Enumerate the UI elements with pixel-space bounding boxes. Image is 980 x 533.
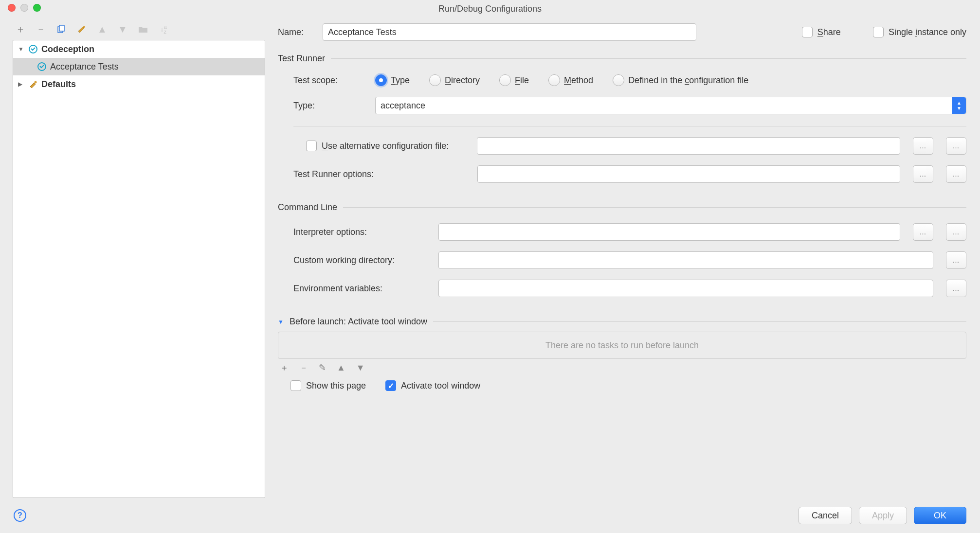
interpreter-row: Interpreter options: … … [293,223,966,241]
name-input[interactable] [323,23,696,41]
radio-icon[interactable] [429,74,441,86]
alt-config-checkbox-row[interactable]: Use alternative configuration file: [306,141,449,151]
move-down-icon: ▼ [356,363,365,373]
empty-text: There are no tasks to run before launch [545,340,699,351]
alt-config-input[interactable] [477,137,900,155]
copy-icon[interactable] [55,23,67,35]
scope-file[interactable]: File [499,74,529,86]
show-page-checkbox-row[interactable]: Show this page [290,380,366,391]
codeception-icon [36,62,47,71]
browse-button[interactable]: … [946,251,966,269]
wrench-icon [28,80,38,89]
radio-icon[interactable] [499,74,511,86]
browse-button[interactable]: … [946,280,966,297]
browse-button[interactable]: … [913,165,933,183]
activate-tool-window-checkbox[interactable] [385,380,396,391]
zoom-window-icon[interactable] [33,4,41,12]
codeception-icon [28,45,38,53]
alt-config-checkbox[interactable] [306,141,317,151]
env-label: Environment variables: [293,284,430,294]
tree-node-defaults[interactable]: ▶ Defaults [13,75,265,93]
type-row: Type: acceptance ▲▼ [293,97,966,114]
disclosure-closed-icon[interactable]: ▶ [18,81,25,88]
env-input[interactable] [438,280,933,297]
alt-config-label: Use alternative configuration file: [322,141,449,151]
divider [293,126,966,126]
ok-button[interactable]: OK [914,507,966,524]
radio-icon[interactable] [613,74,624,86]
settings-icon[interactable] [76,23,88,35]
minimize-window-icon [20,4,28,12]
single-instance-checkbox-row[interactable]: Single instance only [873,27,966,37]
disclosure-open-icon[interactable]: ▼ [18,46,25,53]
runner-options-label: Test Runner options: [293,169,469,179]
group-header: Test Runner [278,53,966,64]
command-line-group: Command Line Interpreter options: … … Cu… [278,202,966,297]
remove-icon[interactable]: － [35,23,47,35]
dropdown-caret-icon[interactable]: ▲▼ [952,97,966,114]
show-page-label: Show this page [306,381,366,391]
expand-button[interactable]: … [946,165,966,183]
before-launch-flags: Show this page Activate tool window [278,380,966,391]
cwd-input[interactable] [438,251,933,269]
alt-config-row: Use alternative configuration file: … … [306,137,966,155]
disclosure-open-icon[interactable]: ▼ [278,319,284,325]
expand-button[interactable]: … [946,223,966,241]
traffic-lights [8,4,41,12]
tree-node-codeception[interactable]: ▼ Codeception [13,40,265,58]
type-label: Type: [293,101,366,111]
close-window-icon[interactable] [8,4,16,12]
tree-node-acceptance-tests[interactable]: Acceptance Tests [13,58,265,75]
folder-icon [137,23,149,35]
runner-options-row: Test Runner options: … … [293,165,966,183]
remove-task-icon: － [299,362,308,373]
apply-button: Apply [859,507,907,524]
add-task-icon[interactable]: ＋ [280,362,289,373]
left-panel: ＋ － ▲ ▼ ↓az ▼ [0,18,265,498]
group-header[interactable]: ▼ Before launch: Activate tool window [278,317,966,327]
show-page-checkbox[interactable] [290,380,301,391]
before-launch-toolbar: ＋ － ✎ ▲ ▼ [278,362,966,373]
before-launch-tasks[interactable]: There are no tasks to run before launch [278,332,966,359]
window-title: Run/Debug Configurations [438,4,542,14]
tree-label: Defaults [41,79,76,89]
share-checkbox-row[interactable]: Share [802,27,841,37]
test-runner-group: Test Runner Test scope: Type Directory F… [278,53,966,183]
browse-button[interactable]: … [913,137,933,155]
sort-icon: ↓az [158,23,169,35]
scope-method[interactable]: Method [548,74,593,86]
test-scope-row: Test scope: Type Directory File Method D… [293,74,966,86]
radio-icon[interactable] [548,74,560,86]
help-icon[interactable]: ? [14,509,26,522]
interpreter-input[interactable] [438,223,900,241]
expand-button[interactable]: … [946,137,966,155]
move-up-icon: ▲ [337,363,345,373]
share-label: Share [817,27,841,37]
move-down-icon: ▼ [117,23,128,35]
before-launch-title: Before launch: Activate tool window [290,317,427,327]
tree-label: Acceptance Tests [50,62,119,72]
runner-options-input[interactable] [477,165,900,183]
scope-type[interactable]: Type [375,74,410,86]
titlebar: Run/Debug Configurations [0,0,980,18]
type-value: acceptance [381,101,425,111]
single-instance-checkbox[interactable] [873,27,884,37]
cwd-label: Custom working directory: [293,255,430,266]
radio-icon[interactable] [375,74,387,86]
right-panel: Name: Share Single instance only Test Ru… [265,18,980,498]
browse-button[interactable]: … [913,223,933,241]
test-scope-options: Type Directory File Method Defined in th… [375,74,748,86]
type-select[interactable]: acceptance ▲▼ [375,97,966,114]
tree-label: Codeception [41,44,94,54]
activate-tool-window-checkbox-row[interactable]: Activate tool window [385,380,480,391]
cancel-button[interactable]: Cancel [799,507,852,524]
add-icon[interactable]: ＋ [15,23,26,35]
scope-defined[interactable]: Defined in the configuration file [613,74,748,86]
group-title: Test Runner [278,53,325,64]
separator [433,321,966,322]
env-row: Environment variables: … [293,280,966,297]
group-header: Command Line [278,202,966,213]
share-checkbox[interactable] [802,27,813,37]
config-tree[interactable]: ▼ Codeception Acceptance Tests ▶ [13,40,265,498]
scope-directory[interactable]: Directory [429,74,480,86]
